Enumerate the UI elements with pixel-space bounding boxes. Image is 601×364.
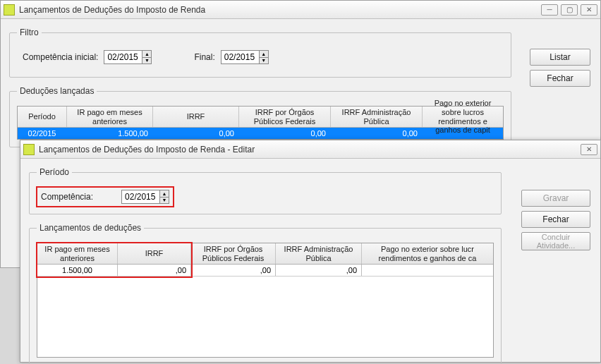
lancamentos-fieldset: Lançamentos de deduções IR pago em meses… xyxy=(29,223,502,364)
cell-pago-exterior xyxy=(423,128,503,139)
edit-window: Lançamentos de Deduções do Imposto de Re… xyxy=(20,140,601,363)
comp-final-input[interactable] xyxy=(221,50,259,64)
competencia-label: Competência: xyxy=(41,192,93,202)
concluir-button[interactable]: Concluir Atividade... xyxy=(521,232,590,250)
cell-irrf: 0,00 xyxy=(153,128,239,139)
cell-irrf-orgaos[interactable]: ,00 xyxy=(191,265,276,276)
col-irrf-orgaos[interactable]: IRRF por Órgãos Públicos Federais xyxy=(239,107,331,127)
spin-up-icon[interactable]: ▲ xyxy=(159,190,169,197)
edit-grid[interactable]: IR pago em meses anteriores IRRF IRRF po… xyxy=(37,243,494,358)
spin-up-icon[interactable]: ▲ xyxy=(259,50,269,57)
app-icon xyxy=(23,144,35,155)
comp-final-label: Final: xyxy=(194,52,214,62)
deducoes-fieldset: Deduções lançadas Período IR pago em mes… xyxy=(9,86,511,147)
fechar-button[interactable]: Fechar xyxy=(521,211,590,228)
cell-irrf[interactable]: ,00 xyxy=(118,265,191,276)
close-button[interactable]: ✕ xyxy=(581,4,597,16)
cell-pago-exterior[interactable] xyxy=(362,265,493,276)
spin-down-icon[interactable]: ▼ xyxy=(159,197,169,205)
edit-title: Lançamentos de Deduções do Imposto de Re… xyxy=(39,145,581,154)
col-irpago[interactable]: IR pago em meses anteriores xyxy=(67,107,153,127)
lancamentos-legend: Lançamentos de deduções xyxy=(37,223,144,233)
comp-inicial-field[interactable]: ▲▼ xyxy=(104,50,152,64)
main-titlebar: Lançamentos de Deduções do Imposto de Re… xyxy=(1,1,600,19)
close-button[interactable]: ✕ xyxy=(581,144,597,155)
cell-irpago: 1.500,00 xyxy=(67,128,153,139)
gravar-button[interactable]: Gravar xyxy=(521,190,590,207)
main-title: Lançamentos de Deduções do Imposto de Re… xyxy=(19,5,541,15)
listar-button[interactable]: Listar xyxy=(530,49,590,66)
spin-down-icon[interactable]: ▼ xyxy=(142,57,152,65)
competencia-field[interactable]: ▲▼ xyxy=(121,190,169,204)
main-grid[interactable]: Período IR pago em meses anteriores IRRF… xyxy=(17,106,504,140)
comp-inicial-input[interactable] xyxy=(104,50,142,64)
grid-whitespace xyxy=(37,277,493,357)
col-irrf-admin[interactable]: IRRF Administração Pública xyxy=(276,243,362,264)
filtro-legend: Filtro xyxy=(17,28,42,37)
deducoes-legend: Deduções lançadas xyxy=(17,86,97,96)
table-row[interactable]: 02/2015 1.500,00 0,00 0,00 0,00 xyxy=(18,128,503,139)
edit-titlebar: Lançamentos de Deduções do Imposto de Re… xyxy=(20,140,600,159)
cell-irpago[interactable]: 1.500,00 xyxy=(37,265,118,276)
col-irpago[interactable]: IR pago em meses anteriores xyxy=(37,243,118,264)
comp-final-field[interactable]: ▲▼ xyxy=(221,50,269,64)
app-icon xyxy=(4,4,15,16)
cell-irrf-orgaos: 0,00 xyxy=(239,128,331,139)
table-row[interactable]: 1.500,00 ,00 ,00 ,00 xyxy=(37,265,493,277)
col-irrf[interactable]: IRRF xyxy=(118,243,191,264)
comp-inicial-label: Competência inicial: xyxy=(23,52,98,62)
col-irrf[interactable]: IRRF xyxy=(153,107,239,127)
periodo-fieldset: Período Competência: ▲▼ xyxy=(29,167,502,214)
cell-irrf-admin[interactable]: ,00 xyxy=(276,265,362,276)
col-pago-exterior[interactable]: Pago no exterior sobre lucros rendimento… xyxy=(423,107,503,127)
cell-periodo: 02/2015 xyxy=(18,128,67,139)
col-irrf-admin[interactable]: IRRF Administração Pública xyxy=(331,107,423,127)
minimize-button[interactable]: ─ xyxy=(541,4,558,16)
competencia-input[interactable] xyxy=(121,190,159,204)
filtro-fieldset: Filtro Competência inicial: ▲▼ Final: ▲▼ xyxy=(9,28,511,78)
col-pago-exterior[interactable]: Pago no exterior sobre lucr rendimentos … xyxy=(362,243,493,264)
cell-irrf-admin: 0,00 xyxy=(331,128,423,139)
periodo-legend: Período xyxy=(37,167,72,177)
fechar-button[interactable]: Fechar xyxy=(530,70,590,87)
maximize-button[interactable]: ▢ xyxy=(561,4,578,16)
spin-up-icon[interactable]: ▲ xyxy=(142,50,152,57)
col-periodo[interactable]: Período xyxy=(18,107,67,127)
spin-down-icon[interactable]: ▼ xyxy=(259,57,269,65)
col-irrf-orgaos[interactable]: IRRF por Órgãos Públicos Federais xyxy=(191,243,276,264)
